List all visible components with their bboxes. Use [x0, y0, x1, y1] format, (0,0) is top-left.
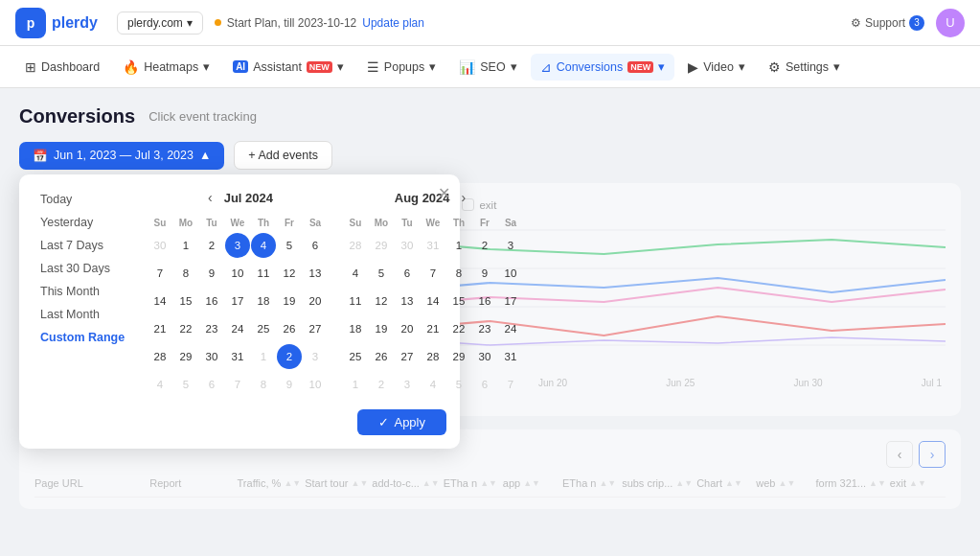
cal-day[interactable]: 12: [369, 289, 394, 313]
quick-range-yesterday[interactable]: Yesterday: [33, 211, 138, 234]
cal-day[interactable]: 5: [173, 372, 198, 397]
cal-day[interactable]: 7: [148, 261, 172, 286]
cal-day[interactable]: 16: [472, 289, 497, 313]
cal-day[interactable]: 3: [498, 233, 523, 258]
cal-day[interactable]: 13: [395, 289, 420, 313]
sort-icon-start-tour[interactable]: ▲▼: [351, 479, 368, 488]
quick-range-today[interactable]: Today: [33, 188, 138, 211]
cal-day[interactable]: 11: [343, 289, 368, 313]
sort-icon-app[interactable]: ▲▼: [523, 479, 540, 488]
cal-day[interactable]: 20: [303, 289, 328, 313]
cal-day[interactable]: 15: [173, 289, 198, 313]
cal-day[interactable]: 9: [277, 372, 302, 397]
cal-day[interactable]: 6: [395, 261, 420, 286]
cal-day[interactable]: 12: [277, 261, 302, 286]
cal-day[interactable]: 14: [421, 289, 445, 313]
sort-icon-web[interactable]: ▲▼: [778, 479, 795, 488]
cal-day[interactable]: 28: [343, 233, 368, 258]
cal-day[interactable]: 26: [369, 344, 394, 369]
cal-day[interactable]: 10: [225, 261, 250, 286]
cal-day[interactable]: 10: [303, 372, 328, 397]
nav-item-video[interactable]: ▶ Video ▾: [678, 54, 755, 81]
cal-day[interactable]: 26: [277, 316, 302, 341]
cal-day[interactable]: 27: [303, 316, 328, 341]
cal-day[interactable]: 2: [369, 372, 394, 397]
cal-day[interactable]: 16: [199, 289, 224, 313]
calendar-close-button[interactable]: ✕: [438, 184, 450, 202]
cal-day[interactable]: 8: [173, 261, 198, 286]
cal-day[interactable]: 31: [225, 344, 250, 369]
calendar-prev-button[interactable]: ‹: [202, 188, 218, 207]
nav-item-dashboard[interactable]: ⊞ Dashboard: [15, 54, 109, 81]
cal-day[interactable]: 2: [472, 233, 497, 258]
nav-item-conversions[interactable]: ⊿ Conversions NEW ▾: [531, 54, 674, 81]
add-events-button[interactable]: + Add events: [234, 141, 332, 170]
cal-day[interactable]: 14: [148, 289, 172, 313]
cal-day[interactable]: 2: [199, 233, 224, 258]
sort-icon-ethan2[interactable]: ▲▼: [599, 479, 616, 488]
sort-icon-form321[interactable]: ▲▼: [869, 479, 886, 488]
nav-item-popups[interactable]: ☰ Popups ▾: [357, 54, 445, 81]
cal-day[interactable]: 1: [173, 233, 198, 258]
cal-day[interactable]: 30: [148, 233, 172, 258]
cal-day[interactable]: 30: [199, 344, 224, 369]
cal-day[interactable]: 4: [148, 372, 172, 397]
nav-item-assistant[interactable]: AI Assistant NEW ▾: [223, 54, 353, 80]
update-plan-link[interactable]: Update plan: [362, 16, 424, 30]
cal-day[interactable]: 6: [472, 372, 497, 397]
quick-range-last30[interactable]: Last 30 Days: [33, 257, 138, 280]
cal-day[interactable]: 31: [498, 344, 523, 369]
cal-day[interactable]: 21: [421, 316, 445, 341]
cal-day[interactable]: 28: [148, 344, 172, 369]
quick-range-thismonth[interactable]: This Month: [33, 280, 138, 303]
cal-day[interactable]: 29: [446, 344, 471, 369]
cal-day[interactable]: 28: [421, 344, 445, 369]
cal-day[interactable]: 5: [369, 261, 394, 286]
cal-day[interactable]: 23: [199, 316, 224, 341]
cal-day[interactable]: 4: [421, 372, 445, 397]
cal-day[interactable]: 10: [498, 261, 523, 286]
cal-day[interactable]: 5: [446, 372, 471, 397]
cal-day[interactable]: 1: [446, 233, 471, 258]
cal-day[interactable]: 9: [199, 261, 224, 286]
sort-icon-traffic[interactable]: ▲▼: [284, 479, 301, 488]
apply-button[interactable]: ✓ Apply: [357, 409, 446, 435]
table-next-button[interactable]: ›: [919, 441, 946, 468]
cal-day[interactable]: 7: [498, 372, 523, 397]
cal-day[interactable]: 25: [343, 344, 368, 369]
domain-selector[interactable]: plerdy.com ▾: [117, 12, 203, 35]
cal-day[interactable]: 1: [343, 372, 368, 397]
cal-day[interactable]: 6: [199, 372, 224, 397]
quick-range-custom[interactable]: Custom Range: [33, 326, 138, 349]
cal-day[interactable]: 22: [173, 316, 198, 341]
cal-day[interactable]: 18: [343, 316, 368, 341]
cal-day[interactable]: 29: [173, 344, 198, 369]
cal-day[interactable]: 21: [148, 316, 172, 341]
support-button[interactable]: ⚙ Support 3: [851, 15, 924, 31]
sort-icon-subs-crip[interactable]: ▲▼: [675, 479, 693, 488]
sort-icon-add-to-c[interactable]: ▲▼: [422, 479, 440, 488]
cal-day[interactable]: 27: [395, 344, 420, 369]
table-prev-button[interactable]: ‹: [886, 441, 913, 468]
cal-day[interactable]: 7: [225, 372, 250, 397]
cal-day[interactable]: 1: [251, 344, 276, 369]
cal-day[interactable]: 24: [225, 316, 250, 341]
avatar[interactable]: U: [936, 9, 965, 37]
cal-day[interactable]: 11: [251, 261, 276, 286]
cal-day[interactable]: 24: [498, 316, 523, 341]
date-range-button[interactable]: 📅 Jun 1, 2023 — Jul 3, 2023 ▲: [19, 142, 224, 170]
cal-day[interactable]: 17: [498, 289, 523, 313]
cal-day[interactable]: 8: [446, 261, 471, 286]
cal-day[interactable]: 23: [472, 316, 497, 341]
cal-day[interactable]: 13: [303, 261, 328, 286]
sort-icon-ethan1[interactable]: ▲▼: [480, 479, 497, 488]
cal-day[interactable]: 19: [277, 289, 302, 313]
cal-day[interactable]: 18: [251, 289, 276, 313]
cal-day[interactable]: 4: [343, 261, 368, 286]
cal-day[interactable]: 3: [395, 372, 420, 397]
cal-day[interactable]: 7: [421, 261, 445, 286]
cal-day[interactable]: 6: [303, 233, 328, 258]
cal-day[interactable]: 29: [369, 233, 394, 258]
cal-day[interactable]: 17: [225, 289, 250, 313]
cal-day-selected-2[interactable]: 2: [277, 344, 302, 369]
